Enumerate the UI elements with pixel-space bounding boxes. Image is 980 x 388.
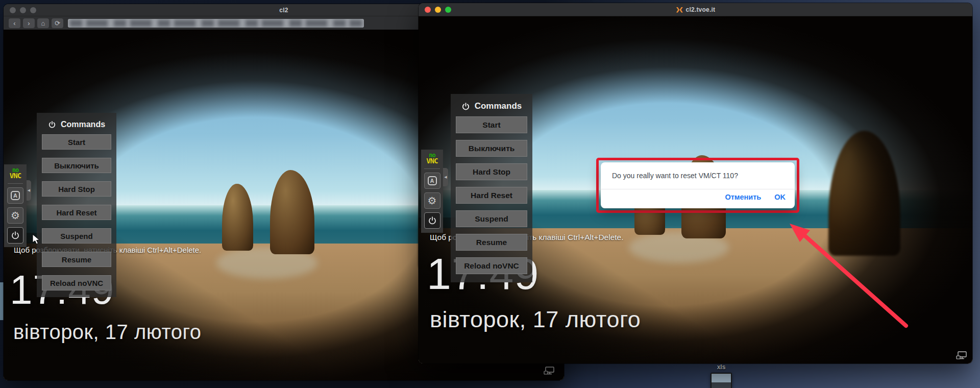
dialog-actions: Отменить OK xyxy=(725,193,786,201)
command-suspend-button[interactable]: Suspend xyxy=(456,210,527,227)
blurred-url-text xyxy=(70,20,362,27)
screens-app-icon: ❯❮ xyxy=(676,7,682,12)
gear-icon: ⚙ xyxy=(428,196,437,206)
file-thumbnail xyxy=(710,373,732,388)
command-shutdown-button[interactable]: Выключить xyxy=(42,158,111,173)
command-hard-stop-button[interactable]: Hard Stop xyxy=(456,163,527,180)
control-bar-handle[interactable]: ◀ xyxy=(443,168,448,186)
novnc-logo-vnc: VNC xyxy=(10,173,21,179)
command-hard-stop-button[interactable]: Hard Stop xyxy=(42,181,111,197)
extra-keys-button[interactable]: A xyxy=(7,187,23,204)
command-shutdown-button[interactable]: Выключить xyxy=(456,140,527,157)
commands-panel-header: Commands xyxy=(456,101,527,111)
command-reload-novnc-button[interactable]: Reload noVNC xyxy=(456,257,527,274)
command-suspend-button[interactable]: Suspend xyxy=(42,228,111,244)
power-commands-panel: Commands Start Выключить Hard Stop Hard … xyxy=(451,94,532,282)
vnc-window-cl2-tvoe-it: ❯❮cl2.tvoe.it Щоб розблокувати, натисніт… xyxy=(419,3,972,363)
lockscreen-date: вівторок, 17 лютого xyxy=(13,321,201,344)
power-icon xyxy=(461,102,470,111)
command-start-button[interactable]: Start xyxy=(456,116,527,133)
back-button[interactable]: ‹ xyxy=(9,18,20,28)
reload-icon: ⟳ xyxy=(55,19,60,27)
reset-confirmation-dialog: Do you really want to reset VM/CT 110? О… xyxy=(601,162,795,208)
keyboard-icon: A xyxy=(11,191,20,200)
background-window-sliver xyxy=(0,282,4,320)
dialog-divider xyxy=(601,189,795,189)
reload-button[interactable]: ⟳ xyxy=(52,18,63,28)
command-resume-button[interactable]: Resume xyxy=(456,234,527,251)
command-hard-reset-button[interactable]: Hard Reset xyxy=(42,205,111,220)
lockscreen-date: вівторок, 17 лютого xyxy=(430,306,641,333)
window-title: ❯❮cl2.tvoe.it xyxy=(419,6,972,13)
cancel-button[interactable]: Отменить xyxy=(725,193,761,201)
chevron-left-icon: ◀ xyxy=(444,175,447,179)
command-resume-button[interactable]: Resume xyxy=(42,252,111,267)
home-icon: ⌂ xyxy=(41,19,45,27)
settings-button[interactable]: ⚙ xyxy=(7,207,23,224)
power-icon xyxy=(428,216,437,225)
home-button[interactable]: ⌂ xyxy=(37,18,49,28)
back-icon: ‹ xyxy=(13,19,15,27)
power-commands-panel: Commands Start Выключить Hard Stop Hard … xyxy=(37,113,116,297)
commands-panel-title: Commands xyxy=(61,120,105,129)
commands-panel-title: Commands xyxy=(475,101,522,111)
sidebar-divider xyxy=(424,168,439,169)
command-reload-novnc-button[interactable]: Reload noVNC xyxy=(42,275,111,290)
power-menu-button[interactable] xyxy=(7,227,23,244)
address-bar-blurred[interactable] xyxy=(68,19,364,28)
desktop-file-xls[interactable]: xls xyxy=(705,363,737,388)
novnc-control-bar: no VNC A ⚙ xyxy=(421,150,443,233)
dialog-message: Do you really want to reset VM/CT 110? xyxy=(612,172,738,180)
vnc-viewport[interactable]: Щоб розблокувати, натисніть клавіші Ctrl… xyxy=(419,16,972,363)
macos-desktop: cl2 ‹ › ⌂ ⟳ Щоб розблокувати, натисніть … xyxy=(0,0,980,388)
settings-button[interactable]: ⚙ xyxy=(424,192,440,209)
network-status-icon[interactable] xyxy=(544,367,555,376)
novnc-logo: no VNC xyxy=(10,168,21,179)
novnc-control-bar: no VNC A ⚙ xyxy=(4,164,27,247)
gear-icon: ⚙ xyxy=(11,210,20,221)
ok-button[interactable]: OK xyxy=(774,193,786,201)
novnc-logo-vnc: VNC xyxy=(426,158,437,164)
forward-button[interactable]: › xyxy=(23,18,35,28)
window-title-text: cl2.tvoe.it xyxy=(686,6,716,13)
power-icon xyxy=(48,120,56,129)
forward-icon: › xyxy=(28,19,30,27)
control-bar-handle[interactable]: ◀ xyxy=(27,180,31,201)
commands-panel-header: Commands xyxy=(42,120,111,129)
keyboard-icon: A xyxy=(428,176,437,185)
network-status-icon[interactable] xyxy=(956,351,967,360)
command-start-button[interactable]: Start xyxy=(42,134,111,150)
mouse-cursor xyxy=(32,234,40,245)
power-menu-button[interactable] xyxy=(424,212,440,229)
sidebar-divider xyxy=(8,183,23,184)
novnc-logo: no VNC xyxy=(426,153,437,164)
vnc-titlebar: ❯❮cl2.tvoe.it xyxy=(419,3,972,16)
chevron-left-icon: ◀ xyxy=(28,188,30,192)
power-icon xyxy=(11,231,20,240)
file-label: xls xyxy=(705,363,737,371)
command-hard-reset-button[interactable]: Hard Reset xyxy=(456,187,527,204)
extra-keys-button[interactable]: A xyxy=(424,173,440,189)
